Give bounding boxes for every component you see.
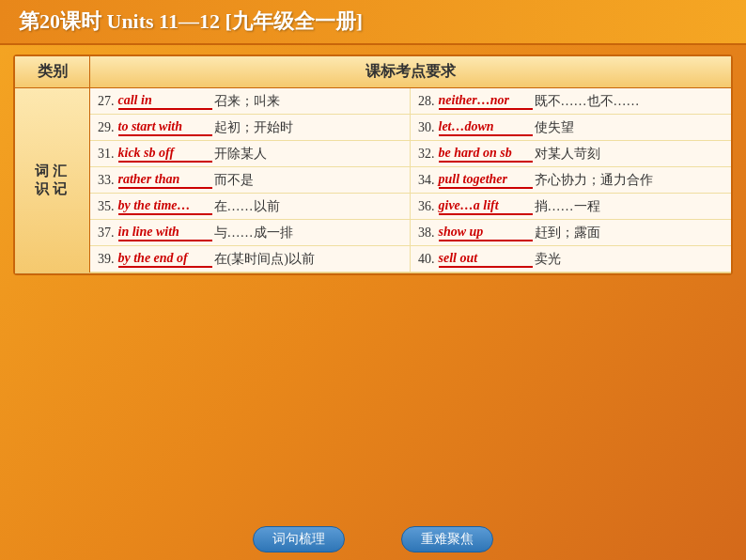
item-blank: give…a lift bbox=[439, 198, 533, 215]
item-blank: pull together bbox=[439, 172, 533, 189]
item-number: 27. bbox=[98, 94, 115, 109]
item-meaning: 召来；叫来 bbox=[214, 93, 280, 110]
vocab-items-grid: 27.call in召来；叫来28.neither…nor既不……也不……29.… bbox=[90, 88, 731, 272]
table-header-row: 类别 课标考点要求 bbox=[15, 56, 731, 88]
list-item: 35.by the time…在……以前 bbox=[90, 194, 411, 220]
item-meaning: 齐心协力；通力合作 bbox=[535, 172, 653, 189]
item-number: 32. bbox=[418, 147, 435, 162]
list-item: 36.give…a lift捎……一程 bbox=[411, 194, 731, 220]
list-item: 30.let…down使失望 bbox=[411, 115, 731, 141]
item-blank: let…down bbox=[439, 119, 533, 136]
list-item: 38.show up赶到；露面 bbox=[411, 220, 731, 246]
item-blank: kick sb off bbox=[118, 146, 212, 163]
item-number: 38. bbox=[418, 226, 435, 241]
item-number: 31. bbox=[98, 147, 115, 162]
list-item: 28.neither…nor既不……也不…… bbox=[411, 88, 731, 115]
item-number: 34. bbox=[418, 173, 435, 188]
category-label: 词汇识记 bbox=[15, 88, 90, 272]
item-number: 33. bbox=[98, 173, 115, 188]
item-number: 39. bbox=[98, 252, 115, 267]
list-item: 29.to start with起初；开始时 bbox=[90, 115, 411, 141]
list-item: 40.sell out卖光 bbox=[411, 246, 731, 272]
item-blank: show up bbox=[439, 225, 533, 241]
item-blank: to start with bbox=[118, 119, 212, 136]
item-meaning: 卖光 bbox=[535, 251, 561, 268]
item-blank: be hard on sb bbox=[439, 146, 533, 163]
list-item: 39.by the end of在(某时间点)以前 bbox=[90, 246, 411, 272]
footer-bar: 词句梳理 重难聚焦 bbox=[0, 526, 746, 552]
list-item: 37.in line with与……成一排 bbox=[90, 220, 411, 246]
col1-header: 类别 bbox=[15, 56, 90, 87]
item-number: 29. bbox=[98, 120, 115, 135]
item-meaning: 在……以前 bbox=[214, 198, 280, 215]
item-blank: rather than bbox=[118, 172, 212, 189]
table-body-row: 词汇识记 27.call in召来；叫来28.neither…nor既不……也不… bbox=[15, 88, 731, 273]
item-number: 40. bbox=[418, 252, 435, 267]
item-meaning: 捎……一程 bbox=[535, 198, 600, 215]
item-meaning: 开除某人 bbox=[214, 146, 267, 163]
item-meaning: 既不……也不…… bbox=[535, 93, 640, 110]
header-title: 第20课时 Units 11—12 [九年级全一册] bbox=[19, 8, 363, 36]
item-blank: call in bbox=[118, 93, 212, 110]
item-meaning: 而不是 bbox=[214, 172, 254, 189]
btn-vocab[interactable]: 词句梳理 bbox=[253, 526, 345, 552]
item-number: 35. bbox=[98, 199, 115, 214]
item-number: 37. bbox=[98, 226, 115, 241]
item-number: 30. bbox=[418, 120, 435, 135]
item-meaning: 使失望 bbox=[535, 119, 574, 136]
item-blank: neither…nor bbox=[439, 93, 533, 110]
item-meaning: 起初；开始时 bbox=[214, 119, 293, 136]
btn-focus[interactable]: 重难聚焦 bbox=[401, 526, 493, 552]
list-item: 27.call in召来；叫来 bbox=[90, 88, 411, 115]
list-item: 32.be hard on sb对某人苛刻 bbox=[411, 141, 731, 167]
item-meaning: 在(某时间点)以前 bbox=[214, 251, 315, 268]
item-blank: by the time… bbox=[118, 198, 212, 215]
list-item: 31.kick sb off开除某人 bbox=[90, 141, 411, 167]
col2-header: 课标考点要求 bbox=[90, 56, 731, 87]
item-blank: in line with bbox=[118, 225, 212, 241]
list-item: 33.rather than而不是 bbox=[90, 167, 411, 194]
item-blank: by the end of bbox=[118, 251, 212, 268]
header: 第20课时 Units 11—12 [九年级全一册] bbox=[0, 0, 746, 45]
item-meaning: 与……成一排 bbox=[214, 225, 293, 241]
item-blank: sell out bbox=[439, 251, 533, 268]
item-meaning: 赶到；露面 bbox=[535, 225, 600, 241]
item-meaning: 对某人苛刻 bbox=[535, 146, 600, 163]
item-number: 28. bbox=[418, 94, 435, 109]
list-item: 34.pull together齐心协力；通力合作 bbox=[411, 167, 731, 194]
item-number: 36. bbox=[418, 199, 435, 214]
main-container: 类别 课标考点要求 词汇识记 27.call in召来；叫来28.neither… bbox=[13, 54, 733, 275]
